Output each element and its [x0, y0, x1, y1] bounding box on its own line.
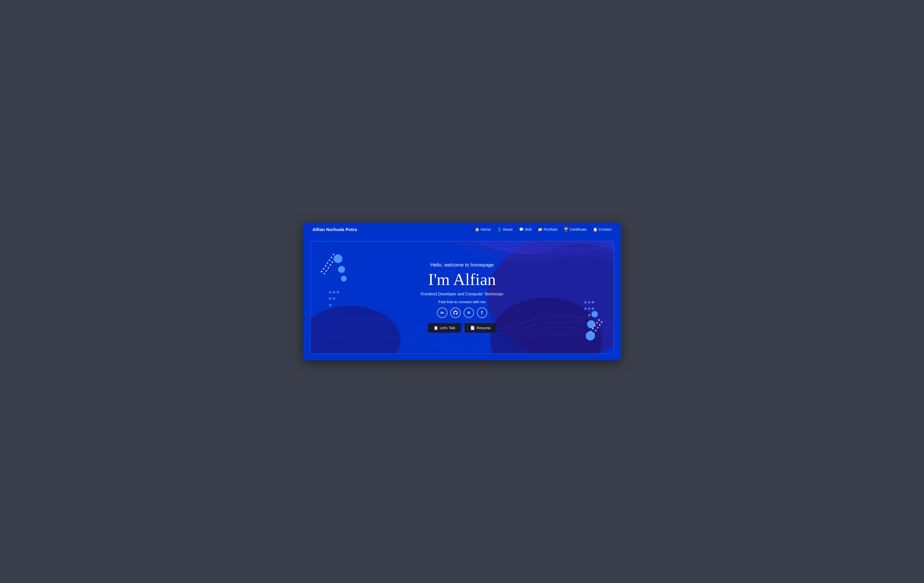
nav-item-certificate[interactable]: 🏆 Certificate — [564, 227, 587, 231]
nav-link-skill[interactable]: 💬 Skill — [519, 227, 532, 231]
contact-icon: 📋 — [593, 227, 597, 231]
twitter-x-icon[interactable]: ✕ — [464, 307, 474, 318]
talk-icon: 📋 — [434, 326, 438, 330]
arrows-right: ➤➤➤ ➤➤➤ ➤➤ — [581, 299, 595, 319]
lets-talk-button[interactable]: 📋 Let's Talk — [428, 323, 461, 333]
nav-item-skill[interactable]: 💬 Skill — [519, 227, 532, 231]
nav-item-contact[interactable]: 📋 Contact — [593, 227, 612, 231]
nav-link-home[interactable]: 🏠 Home — [475, 227, 491, 231]
arrows-left: ➤➤➤ ➤➤ ➤ — [328, 289, 340, 309]
about-icon: 👤 — [497, 227, 502, 231]
nav-link-contact[interactable]: 📋 Contact — [593, 227, 612, 231]
portfolio-icon: 📁 — [538, 227, 543, 231]
circles-top-left — [327, 254, 346, 282]
home-icon: 🏠 — [475, 227, 480, 231]
facebook-icon[interactable]: f — [477, 307, 487, 318]
welcome-text: Hello, welcome to homepage — [421, 262, 503, 268]
certificate-icon: 🏆 — [564, 227, 568, 231]
social-icons-group: in ✕ f — [421, 307, 503, 318]
resume-button[interactable]: 📄 Resume — [464, 323, 496, 333]
nav-link-about[interactable]: 👤 About — [497, 227, 513, 231]
name-signature: I'm Alfian — [421, 270, 503, 289]
nav-link-portfolio[interactable]: 📁 Portfolio — [538, 227, 558, 231]
navbar-nav: 🏠 Home 👤 About 💬 Skill 📁 Portf — [475, 227, 612, 231]
svg-point-2 — [310, 306, 401, 353]
resume-icon: 📄 — [470, 326, 475, 330]
nav-item-portfolio[interactable]: 📁 Portfolio — [538, 227, 558, 231]
nav-link-certificate[interactable]: 🏆 Certificate — [564, 227, 587, 231]
browser-window: Alfian Nurhuda Putra 🏠 Home 👤 About 💬 Sk… — [304, 223, 621, 360]
linkedin-icon[interactable]: in — [437, 307, 447, 318]
subtitle-text: Frontend Developer and Computer Technici… — [421, 292, 503, 296]
github-icon[interactable] — [450, 307, 461, 318]
hero-content: Hello, welcome to homepage I'm Alfian Fr… — [409, 256, 515, 339]
hero-buttons: 📋 Let's Talk 📄 Resume — [421, 323, 503, 333]
skill-icon: 💬 — [519, 227, 524, 231]
nav-item-home[interactable]: 🏠 Home — [475, 227, 491, 231]
navbar: Alfian Nurhuda Putra 🏠 Home 👤 About 💬 Sk… — [304, 223, 621, 236]
nav-item-about[interactable]: 👤 About — [497, 227, 513, 231]
connect-text: Feel free to connect with me — [421, 300, 503, 304]
hero-section: ➤➤➤ ➤➤ ➤ ➤➤➤ ➤➤➤ ➤➤ Hello, welcome to — [310, 241, 614, 354]
navbar-brand: Alfian Nurhuda Putra — [313, 227, 357, 232]
